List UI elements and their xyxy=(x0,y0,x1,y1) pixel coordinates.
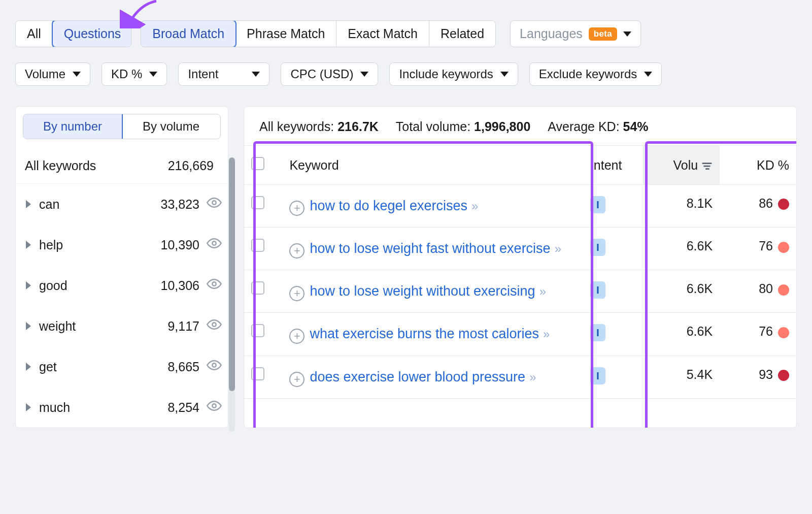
eye-icon[interactable] xyxy=(207,317,222,335)
chevron-down-icon xyxy=(360,72,368,77)
row-checkbox[interactable] xyxy=(251,281,264,295)
double-chevron-icon[interactable]: » xyxy=(539,284,546,298)
expand-keyword-icon[interactable]: + xyxy=(289,329,304,344)
tab-questions[interactable]: Questions xyxy=(52,20,132,47)
eye-icon[interactable] xyxy=(207,236,222,254)
toggle-by-number[interactable]: By number xyxy=(23,114,123,139)
keyword-link[interactable]: how to lose weight fast without exercise xyxy=(310,241,550,256)
keyword-link[interactable]: does exercise lower blood pressure xyxy=(310,369,525,384)
scrollbar-thumb[interactable] xyxy=(229,157,235,391)
toggle-by-volume[interactable]: By volume xyxy=(122,114,220,139)
chevron-right-icon xyxy=(26,322,31,330)
keyword-group-count: 10,306 xyxy=(161,278,199,293)
keyword-group-word: much xyxy=(39,400,70,415)
chevron-down-icon xyxy=(623,31,631,37)
keyword-row: +how to lose weight without exercising»I… xyxy=(244,270,796,313)
tab-broad-match[interactable]: Broad Match xyxy=(141,20,236,47)
double-chevron-icon[interactable]: » xyxy=(471,199,478,213)
all-keywords-count: 216,669 xyxy=(168,158,214,173)
keyword-row: +how to lose weight fast without exercis… xyxy=(244,228,796,270)
summary-bar: All keywords: 216.7K Total volume: 1,996… xyxy=(244,119,796,145)
eye-icon[interactable] xyxy=(207,195,222,213)
keyword-group-item[interactable]: can33,823 xyxy=(16,184,228,224)
chevron-right-icon xyxy=(26,363,31,371)
keyword-group-item[interactable]: good10,306 xyxy=(16,265,228,306)
keyword-link[interactable]: how to lose weight without exercising xyxy=(310,283,535,299)
keyword-group-word: help xyxy=(39,238,63,252)
keyword-groups-sidebar: By number By volume All keywords 216,669… xyxy=(15,106,228,428)
tab-all[interactable]: All xyxy=(16,21,53,47)
kd-difficulty-dot xyxy=(778,242,789,253)
chevron-right-icon xyxy=(26,200,31,208)
expand-keyword-icon[interactable]: + xyxy=(289,372,304,387)
expand-keyword-icon[interactable]: + xyxy=(289,243,304,259)
keyword-link[interactable]: what exercise burns the most calories xyxy=(310,326,539,341)
filter-exclude-keywords[interactable]: Exclude keywords xyxy=(529,62,662,86)
keyword-group-count: 8,254 xyxy=(167,400,199,415)
intent-badge: I xyxy=(590,281,605,299)
chevron-down-icon xyxy=(252,72,260,77)
keyword-table: All keywords: 216.7K Total volume: 1,996… xyxy=(244,106,797,428)
kd-value: 86 xyxy=(759,196,773,210)
expand-keyword-icon[interactable]: + xyxy=(289,286,304,301)
svg-point-5 xyxy=(212,404,216,408)
filter-intent[interactable]: Intent xyxy=(178,62,269,86)
volume-value: 6.6K xyxy=(643,228,720,270)
chevron-down-icon xyxy=(149,72,157,77)
keyword-link[interactable]: how to do kegel exercises xyxy=(310,198,467,213)
chevron-right-icon xyxy=(26,241,31,249)
all-keywords-label: All keywords xyxy=(25,158,96,173)
keyword-group-item[interactable]: get8,665 xyxy=(16,346,228,387)
chevron-right-icon xyxy=(26,281,31,290)
intent-badge: I xyxy=(590,324,605,341)
row-checkbox[interactable] xyxy=(251,367,264,380)
intent-badge: I xyxy=(590,239,605,256)
kd-difficulty-dot xyxy=(778,370,789,381)
volume-value: 6.6K xyxy=(643,313,720,356)
col-kd[interactable]: KD % xyxy=(720,146,796,185)
all-keywords-row[interactable]: All keywords 216,669 xyxy=(16,148,228,184)
expand-keyword-icon[interactable]: + xyxy=(289,201,304,216)
svg-point-3 xyxy=(212,323,216,327)
col-intent[interactable]: Intent xyxy=(583,146,643,185)
keyword-group-count: 8,665 xyxy=(167,360,199,374)
filter-kd[interactable]: KD % xyxy=(101,62,167,86)
keyword-group-word: can xyxy=(39,197,59,212)
eye-icon[interactable] xyxy=(207,358,222,376)
double-chevron-icon[interactable]: » xyxy=(529,370,536,384)
keyword-row: +how to do kegel exercises»I8.1K86 xyxy=(244,185,796,228)
kd-value: 76 xyxy=(759,239,773,253)
kd-difficulty-dot xyxy=(778,284,789,296)
col-volume[interactable]: Volu xyxy=(643,146,720,185)
chevron-right-icon xyxy=(26,403,31,411)
keyword-group-item[interactable]: weight9,117 xyxy=(16,306,228,346)
row-checkbox[interactable] xyxy=(251,239,264,252)
kd-difficulty-dot xyxy=(778,199,789,210)
eye-icon[interactable] xyxy=(207,398,222,416)
filter-volume[interactable]: Volume xyxy=(15,62,90,86)
tab-related[interactable]: Related xyxy=(429,21,495,47)
svg-point-2 xyxy=(212,282,216,286)
volume-value: 8.1K xyxy=(643,185,720,228)
tab-phrase-match[interactable]: Phrase Match xyxy=(235,21,336,47)
filter-cpc[interactable]: CPC (USD) xyxy=(281,62,378,86)
select-all-checkbox[interactable] xyxy=(251,157,264,170)
col-keyword[interactable]: Keyword xyxy=(282,146,583,185)
keyword-group-item[interactable]: help10,390 xyxy=(16,224,228,265)
keyword-group-count: 10,390 xyxy=(161,238,199,252)
row-checkbox[interactable] xyxy=(251,324,264,337)
chevron-down-icon xyxy=(644,72,652,77)
keyword-group-item[interactable]: much8,254 xyxy=(16,387,228,428)
double-chevron-icon[interactable]: » xyxy=(543,327,550,341)
keyword-row: +what exercise burns the most calories»I… xyxy=(244,313,796,356)
tab-exact-match[interactable]: Exact Match xyxy=(336,21,429,47)
double-chevron-icon[interactable]: » xyxy=(555,242,561,255)
keyword-type-tabs: All Questions Broad Match Phrase Match E… xyxy=(15,20,797,47)
filter-include-keywords[interactable]: Include keywords xyxy=(389,62,518,86)
languages-dropdown[interactable]: Languages beta xyxy=(510,20,641,47)
row-checkbox[interactable] xyxy=(251,196,264,209)
keyword-group-word: good xyxy=(39,278,67,293)
sort-descending-icon xyxy=(701,158,713,172)
eye-icon[interactable] xyxy=(207,276,222,295)
svg-point-4 xyxy=(212,363,216,367)
